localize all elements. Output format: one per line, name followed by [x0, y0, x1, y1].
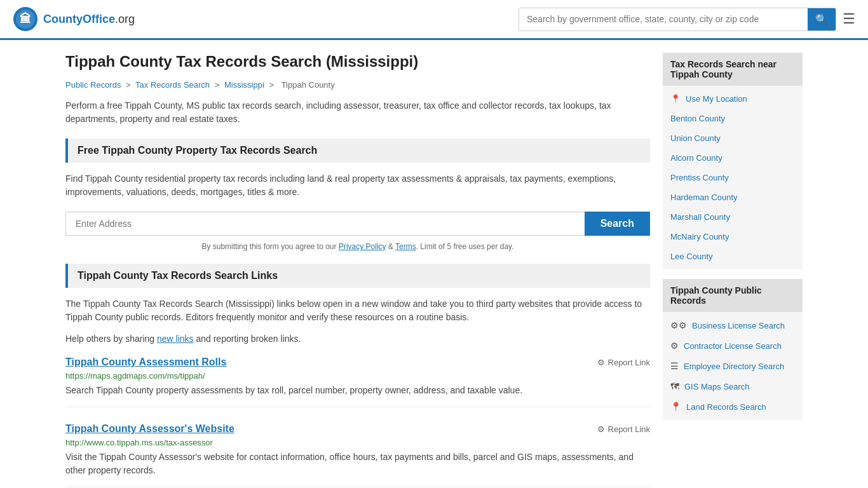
svg-text:🏛: 🏛 — [20, 12, 31, 25]
logo[interactable]: 🏛 CountyOffice.org — [13, 6, 135, 32]
sidebar-link-union-county[interactable]: Union County — [663, 128, 803, 148]
logo-text: CountyOffice.org — [43, 13, 135, 26]
sidebar: Tax Records Search near Tippah County 📍 … — [663, 53, 803, 488]
nearby-counties-links: 📍 Use My Location Benton County Union Co… — [663, 86, 803, 269]
nearby-counties-section: Tax Records Search near Tippah County 📍 … — [663, 53, 803, 269]
resource-item: Tippah County Assessor's Website ⚙ Repor… — [65, 423, 650, 487]
breadcrumb: Public Records > Tax Records Search > Mi… — [65, 80, 650, 90]
contractor-icon: ⚙ — [670, 341, 679, 351]
header-controls: 🔍 ☰ — [519, 8, 855, 31]
business-license-search-link[interactable]: ⚙⚙ Business License Search — [663, 315, 803, 336]
global-search-input[interactable] — [519, 9, 808, 29]
employee-directory-search-link[interactable]: ☰ Employee Directory Search — [663, 356, 803, 376]
sidebar-link-benton-county[interactable]: Benton County — [663, 109, 803, 128]
public-records-section: Tippah County Public Records ⚙⚙ Business… — [663, 279, 803, 420]
share-note: Help others by sharing new links and rep… — [65, 334, 650, 344]
resource-title[interactable]: Tippah County Assessment Rolls — [65, 356, 226, 368]
public-records-links: ⚙⚙ Business License Search ⚙ Contractor … — [663, 312, 803, 420]
report-icon: ⚙ — [597, 424, 605, 434]
breadcrumb-tax-records-search[interactable]: Tax Records Search — [135, 80, 210, 90]
sidebar-link-alcorn-county[interactable]: Alcorn County — [663, 148, 803, 168]
public-records-title: Tippah County Public Records — [663, 279, 803, 312]
employee-icon: ☰ — [670, 361, 679, 371]
gis-maps-search-link[interactable]: 🗺 GIS Maps Search — [663, 376, 803, 396]
use-my-location-link[interactable]: 📍 Use My Location — [663, 89, 803, 109]
report-link-button[interactable]: ⚙ Report Link — [597, 358, 650, 367]
resource-url[interactable]: http://www.co.tippah.ms.us/tax-assessor — [65, 438, 650, 447]
sidebar-link-lee-county[interactable]: Lee County — [663, 247, 803, 266]
resource-url[interactable]: https://maps.agdmaps.com/ms/tippah/ — [65, 371, 650, 381]
sidebar-link-mcnairy-county[interactable]: McNairy County — [663, 227, 803, 247]
resource-header: Tippah County Assessor's Website ⚙ Repor… — [65, 423, 650, 435]
resource-description: Search Tippah County property assessment… — [65, 384, 650, 397]
sidebar-link-hardeman-county[interactable]: Hardeman County — [663, 187, 803, 207]
resource-description: Visit the Tippah County Assessor's websi… — [65, 451, 650, 477]
resource-header: Tippah County Assessment Rolls ⚙ Report … — [65, 356, 650, 368]
resource-title[interactable]: Tippah County Assessor's Website — [65, 423, 234, 435]
page-description: Perform a free Tippah County, MS public … — [65, 99, 650, 126]
address-search-form: Search — [65, 212, 650, 236]
property-search-description: Find Tippah County residential property … — [65, 172, 650, 199]
page-title: Tippah County Tax Records Search (Missis… — [65, 53, 650, 71]
terms-link[interactable]: Terms — [395, 242, 416, 251]
links-section-header: Tippah County Tax Records Search Links — [65, 264, 650, 288]
breadcrumb-public-records[interactable]: Public Records — [65, 80, 121, 90]
hamburger-menu-icon[interactable]: ☰ — [843, 11, 855, 27]
sidebar-link-marshall-county[interactable]: Marshall County — [663, 207, 803, 227]
land-records-search-link[interactable]: 📍 Land Records Search — [663, 396, 803, 417]
business-icon: ⚙⚙ — [670, 320, 687, 330]
form-note: By submitting this form you agree to our… — [65, 242, 650, 251]
address-input[interactable] — [65, 212, 585, 236]
property-search-header: Free Tippah County Property Tax Records … — [65, 139, 650, 163]
global-search-bar: 🔍 — [519, 8, 836, 31]
contractor-license-search-link[interactable]: ⚙ Contractor License Search — [663, 336, 803, 356]
land-icon: 📍 — [670, 402, 681, 412]
site-header: 🏛 CountyOffice.org 🔍 ☰ — [0, 0, 868, 40]
sidebar-link-prentiss-county[interactable]: Prentiss County — [663, 168, 803, 187]
location-icon: 📍 — [670, 94, 681, 104]
report-link-button[interactable]: ⚙ Report Link — [597, 424, 650, 434]
address-search-button[interactable]: Search — [585, 212, 650, 236]
logo-icon: 🏛 — [13, 6, 38, 32]
main-content: Tippah County Tax Records Search (Missis… — [65, 53, 650, 488]
global-search-button[interactable]: 🔍 — [808, 8, 836, 30]
links-description: The Tippah County Tax Records Search (Mi… — [65, 297, 650, 324]
main-container: Tippah County Tax Records Search (Missis… — [53, 40, 815, 488]
resource-item: Tippah County Assessment Rolls ⚙ Report … — [65, 356, 650, 407]
privacy-policy-link[interactable]: Privacy Policy — [339, 242, 386, 251]
gis-icon: 🗺 — [670, 381, 679, 391]
nearby-counties-title: Tax Records Search near Tippah County — [663, 53, 803, 86]
breadcrumb-tippah-county: Tippah County — [281, 80, 335, 90]
report-icon: ⚙ — [597, 358, 605, 367]
new-links-link[interactable]: new links — [157, 334, 194, 344]
breadcrumb-mississippi[interactable]: Mississippi — [224, 80, 264, 90]
